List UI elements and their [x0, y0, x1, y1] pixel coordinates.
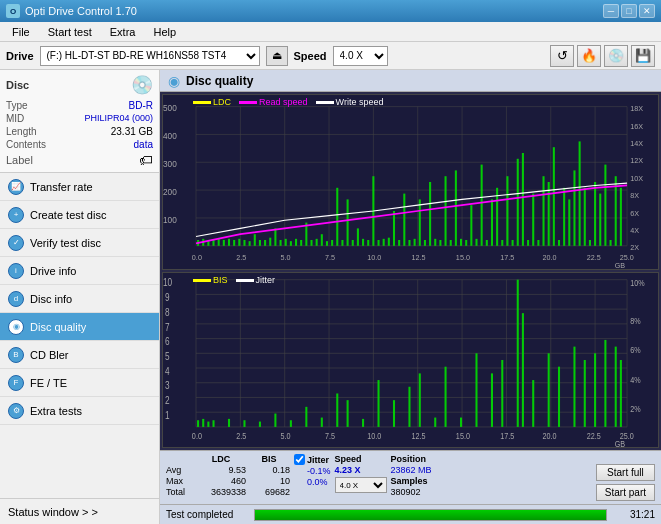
maximize-button[interactable]: □: [621, 4, 637, 18]
nav-icon-create-test-disc: +: [8, 207, 24, 223]
svg-rect-50: [228, 239, 230, 246]
drive-select[interactable]: (F:) HL-DT-ST BD-RE WH16NS58 TST4: [40, 46, 260, 66]
svg-rect-210: [615, 347, 617, 427]
svg-rect-112: [548, 182, 550, 246]
sidebar-item-verify-test-disc[interactable]: ✓ Verify test disc: [0, 229, 159, 257]
svg-text:4: 4: [165, 365, 170, 377]
svg-text:GB: GB: [615, 260, 625, 269]
label-icon[interactable]: 🏷: [139, 152, 153, 168]
svg-text:17.5: 17.5: [500, 252, 514, 262]
sidebar-item-extra-tests[interactable]: ⚙ Extra tests: [0, 397, 159, 425]
svg-rect-103: [501, 240, 503, 246]
disc-mid-label: MID: [6, 113, 24, 124]
svg-rect-122: [599, 194, 601, 246]
menu-help[interactable]: Help: [145, 25, 184, 39]
svg-rect-66: [310, 240, 312, 246]
start-part-button[interactable]: Start part: [596, 484, 655, 501]
stats-total-ldc: 3639338: [196, 487, 246, 497]
speed-select-stats[interactable]: 4.0 X Max: [335, 477, 387, 493]
nav-icon-transfer-rate: 📈: [8, 179, 24, 195]
nav-icon-fe-te: F: [8, 375, 24, 391]
position-label: Position: [391, 454, 432, 464]
svg-text:17.5: 17.5: [500, 430, 514, 441]
svg-text:6%: 6%: [630, 344, 641, 355]
sidebar-item-transfer-rate[interactable]: 📈 Transfer rate: [0, 173, 159, 201]
disc-button[interactable]: 💿: [604, 45, 628, 67]
save-button[interactable]: 💾: [631, 45, 655, 67]
svg-rect-49: [223, 240, 225, 246]
stats-max-row: Max 460 10: [166, 476, 290, 486]
svg-rect-121: [594, 182, 596, 246]
svg-rect-124: [610, 240, 612, 246]
position-value: 23862 MB: [391, 465, 432, 475]
svg-rect-59: [274, 228, 276, 245]
minimize-button[interactable]: ─: [603, 4, 619, 18]
svg-rect-106: [517, 159, 519, 246]
menu-bar: File Start test Extra Help: [0, 22, 661, 42]
svg-text:5: 5: [165, 350, 170, 362]
sidebar-item-disc-quality[interactable]: ◉ Disc quality: [0, 313, 159, 341]
jitter-avg-val: -0.1%: [294, 466, 331, 476]
svg-text:0.0: 0.0: [192, 252, 202, 262]
status-window-button[interactable]: Status window > >: [0, 498, 159, 524]
eject-button[interactable]: ⏏: [266, 46, 288, 66]
sidebar-item-create-test-disc[interactable]: + Create test disc: [0, 201, 159, 229]
disc-icon: 💿: [131, 74, 153, 96]
svg-rect-53: [243, 240, 245, 246]
svg-rect-209: [604, 340, 606, 427]
svg-text:6: 6: [165, 335, 170, 347]
close-button[interactable]: ✕: [639, 4, 655, 18]
svg-rect-89: [429, 182, 431, 246]
svg-rect-73: [347, 199, 349, 245]
menu-start-test[interactable]: Start test: [40, 25, 100, 39]
svg-rect-67: [316, 239, 318, 246]
sidebar-item-drive-info[interactable]: i Drive info: [0, 257, 159, 285]
svg-text:200: 200: [163, 186, 177, 197]
svg-rect-114: [558, 240, 560, 246]
svg-rect-57: [264, 240, 266, 246]
svg-rect-200: [501, 360, 503, 427]
app-title: Opti Drive Control 1.70: [25, 5, 137, 17]
burn-button[interactable]: 🔥: [577, 45, 601, 67]
stats-total-row: Total 3639338 69682: [166, 487, 290, 497]
svg-rect-178: [202, 419, 204, 427]
svg-rect-206: [573, 347, 575, 427]
svg-text:GB: GB: [615, 438, 626, 447]
nav-label-create-test-disc: Create test disc: [30, 209, 106, 221]
svg-text:7.5: 7.5: [325, 430, 335, 441]
menu-extra[interactable]: Extra: [102, 25, 144, 39]
svg-text:2%: 2%: [630, 403, 641, 414]
stats-total-label: Total: [166, 487, 194, 497]
svg-rect-188: [336, 393, 338, 426]
stats-max-ldc: 460: [196, 476, 246, 486]
svg-rect-101: [491, 199, 493, 245]
sidebar-item-fe-te[interactable]: F FE / TE: [0, 369, 159, 397]
sidebar-item-cd-bler[interactable]: B CD Bler: [0, 341, 159, 369]
ldc-bis-table: LDC BIS Avg 9.53 0.18 Max 460 10 Total 3…: [166, 454, 290, 497]
ldc-chart: LDC Read speed Write speed: [162, 94, 659, 270]
refresh-button[interactable]: ↺: [550, 45, 574, 67]
svg-text:8%: 8%: [630, 315, 641, 326]
disc-mid-row: MID PHILIPR04 (000): [6, 113, 153, 124]
svg-rect-193: [408, 387, 410, 427]
svg-rect-95: [460, 239, 462, 246]
svg-rect-77: [367, 240, 369, 246]
menu-file[interactable]: File: [4, 25, 38, 39]
svg-rect-104: [506, 176, 508, 246]
svg-rect-123: [604, 165, 606, 246]
sidebar-item-disc-info[interactable]: d Disc info: [0, 285, 159, 313]
jitter-label: Jitter: [307, 455, 329, 465]
svg-text:5.0: 5.0: [281, 252, 291, 262]
svg-rect-52: [238, 239, 240, 246]
svg-rect-60: [280, 240, 282, 246]
jitter-checkbox[interactable]: [294, 454, 305, 465]
svg-text:10%: 10%: [630, 277, 645, 288]
speed-select[interactable]: 4.0 X Max 2.0 X: [333, 46, 388, 66]
speed-value: 4.23 X: [335, 465, 387, 475]
start-full-button[interactable]: Start full: [596, 464, 655, 481]
svg-rect-64: [300, 240, 302, 246]
svg-rect-204: [548, 353, 550, 427]
nav-icon-extra-tests: ⚙: [8, 403, 24, 419]
svg-rect-91: [439, 240, 441, 246]
svg-text:22.5: 22.5: [587, 430, 601, 441]
